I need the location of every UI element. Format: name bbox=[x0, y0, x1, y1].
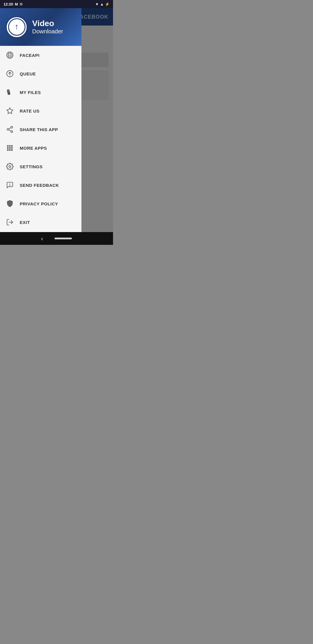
sidebar-item-my-files[interactable]: MY FILES bbox=[0, 83, 81, 102]
sidebar-item-share-app[interactable]: SHARE THIS APP bbox=[0, 120, 81, 139]
svg-marker-7 bbox=[9, 89, 10, 90]
sidebar-item-faceapi[interactable]: FACEAPI bbox=[0, 46, 81, 64]
svg-rect-17 bbox=[9, 145, 10, 146]
sidebar-item-privacy-policy[interactable]: PRIVACY POLICY bbox=[0, 194, 81, 213]
screen: 12:20 M ⊡ ▼ ▲ ⚡ GO FACEBOOK PASTE eos/XX… bbox=[0, 0, 113, 245]
upload-icon bbox=[6, 70, 14, 78]
files-icon bbox=[6, 88, 14, 96]
svg-rect-21 bbox=[11, 147, 12, 149]
svg-line-14 bbox=[9, 130, 11, 131]
logo-arrow-icon: ↑ bbox=[15, 23, 19, 31]
shield-icon bbox=[6, 200, 14, 208]
app-title-main: Video bbox=[32, 19, 63, 28]
svg-rect-18 bbox=[11, 145, 12, 146]
privacy-policy-label: PRIVACY POLICY bbox=[20, 201, 58, 206]
navigation-drawer: ↑ Video Downloader bbox=[0, 8, 81, 232]
logo-inner: ↑ bbox=[8, 18, 26, 36]
svg-point-11 bbox=[11, 126, 13, 128]
more-apps-label: MORE APPS bbox=[20, 146, 47, 151]
home-pill[interactable] bbox=[54, 238, 72, 239]
wifi-icon: ▼ bbox=[95, 2, 99, 6]
my-files-label: MY FILES bbox=[20, 90, 41, 95]
signal-icon: ▲ bbox=[100, 2, 104, 6]
exit-icon bbox=[6, 218, 14, 226]
exit-label: EXIT bbox=[20, 220, 30, 225]
svg-point-13 bbox=[11, 131, 13, 133]
svg-rect-24 bbox=[11, 149, 12, 151]
drawer-menu: FACEAPI QUEUE bbox=[0, 46, 81, 232]
svg-rect-19 bbox=[7, 147, 8, 149]
rate-us-label: RATE US bbox=[20, 108, 39, 113]
svg-rect-16 bbox=[7, 145, 8, 146]
sidebar-item-send-feedback[interactable]: SEND FEEDBACK bbox=[0, 176, 81, 194]
globe-icon bbox=[6, 51, 14, 59]
send-feedback-label: SEND FEEDBACK bbox=[20, 183, 59, 188]
svg-rect-20 bbox=[9, 147, 10, 149]
svg-marker-10 bbox=[7, 108, 13, 114]
faceapi-label: FACEAPI bbox=[20, 53, 40, 58]
status-right: ▼ ▲ ⚡ bbox=[95, 2, 110, 6]
svg-point-12 bbox=[7, 129, 9, 131]
app-logo: ↑ bbox=[6, 16, 28, 38]
svg-rect-22 bbox=[7, 149, 8, 151]
share-icon bbox=[6, 125, 14, 133]
status-bar: 12:20 M ⊡ ▼ ▲ ⚡ bbox=[0, 0, 113, 8]
sidebar-item-rate-us[interactable]: RATE US bbox=[0, 102, 81, 120]
clipboard-icon: ⊡ bbox=[20, 2, 22, 6]
svg-marker-9 bbox=[9, 92, 10, 93]
gear-icon bbox=[6, 162, 14, 171]
star-icon bbox=[6, 107, 14, 115]
svg-point-25 bbox=[9, 166, 11, 168]
sidebar-item-queue[interactable]: QUEUE bbox=[0, 64, 81, 83]
app-title-sub: Downloader bbox=[32, 28, 63, 35]
sidebar-item-exit[interactable]: EXIT bbox=[0, 213, 81, 231]
settings-label: SETTINGS bbox=[20, 164, 43, 169]
feedback-icon bbox=[6, 181, 14, 189]
share-app-label: SHARE THIS APP bbox=[20, 127, 58, 132]
sidebar-item-settings[interactable]: SETTINGS bbox=[0, 157, 81, 176]
drawer-header: ↑ Video Downloader bbox=[0, 8, 81, 46]
battery-icon: ⚡ bbox=[105, 2, 110, 6]
grid-icon bbox=[6, 144, 14, 152]
time-display: 12:20 bbox=[3, 2, 13, 6]
svg-line-15 bbox=[9, 128, 11, 129]
queue-label: QUEUE bbox=[20, 71, 36, 76]
sidebar-item-more-apps[interactable]: MORE APPS bbox=[0, 139, 81, 157]
app-title: Video Downloader bbox=[32, 19, 63, 35]
back-button[interactable]: ‹ bbox=[41, 235, 43, 242]
svg-rect-23 bbox=[9, 149, 10, 151]
status-left: 12:20 M ⊡ bbox=[3, 2, 22, 6]
nav-bar: ‹ bbox=[0, 232, 113, 245]
gmail-icon: M bbox=[15, 2, 18, 6]
